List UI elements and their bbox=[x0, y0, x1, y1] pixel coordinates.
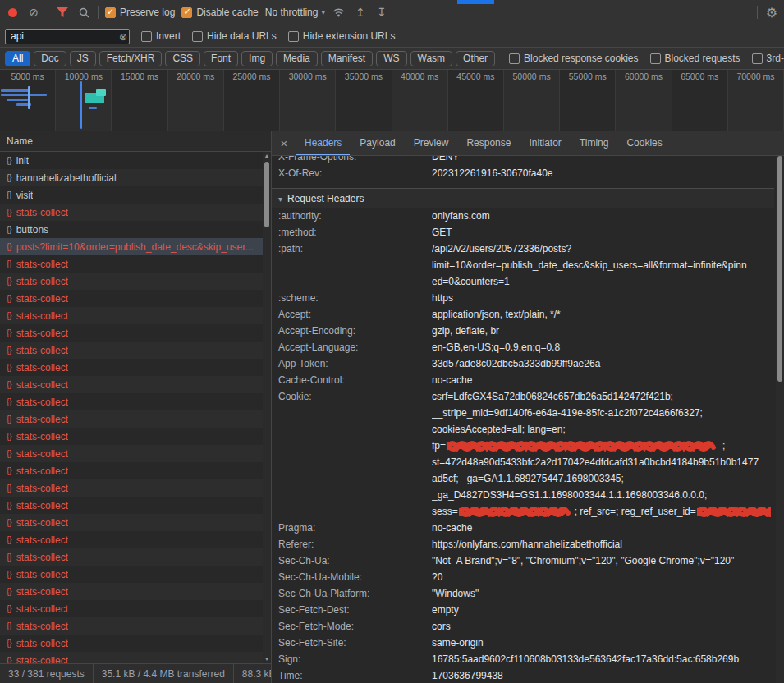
request-list-scrollbar[interactable]: ▲ ▼ bbox=[263, 152, 271, 663]
tab-payload[interactable]: Payload bbox=[351, 131, 403, 155]
type-filter-chips: AllDocJSFetch/XHRCSSFontImgMediaManifest… bbox=[5, 51, 495, 66]
header-row: Time:1703636799438 bbox=[272, 667, 774, 683]
filter-chip-fetch-xhr[interactable]: Fetch/XHR bbox=[99, 51, 163, 66]
header-value-line: GET bbox=[432, 224, 771, 241]
header-value-line: cors bbox=[432, 618, 771, 635]
request-row[interactable]: {}stats-collect bbox=[0, 342, 263, 359]
name-column-header[interactable]: Name bbox=[0, 131, 271, 152]
request-row[interactable]: {}stats-collect bbox=[0, 548, 263, 566]
json-braces-icon: {} bbox=[7, 242, 12, 251]
clear-network-log-button[interactable]: ⊘ bbox=[26, 5, 41, 20]
filter-option-blocked-requests[interactable]: Blocked requests bbox=[650, 53, 740, 64]
request-row[interactable]: {}stats-collect bbox=[0, 479, 263, 497]
request-row[interactable]: {}stats-collect bbox=[0, 376, 263, 393]
export-har-button[interactable]: ↧ bbox=[374, 5, 389, 20]
hide-data-urls-checkbox[interactable]: Hide data URLs bbox=[192, 30, 277, 42]
disable-cache-checkbox[interactable]: Disable cache bbox=[181, 7, 258, 18]
preserve-log-checkbox[interactable]: Preserve log bbox=[105, 7, 175, 18]
header-value-line: 16785:5aad9602cf110608b03133de563642fac1… bbox=[432, 651, 771, 667]
chevron-down-icon: ▾ bbox=[321, 8, 325, 16]
filter-chip-doc[interactable]: Doc bbox=[34, 51, 66, 66]
request-row[interactable]: {}stats-collect bbox=[0, 204, 263, 221]
request-row[interactable]: {}stats-collect bbox=[0, 617, 263, 635]
request-row[interactable]: {}stats-collect bbox=[0, 359, 263, 376]
request-name: stats-collect bbox=[16, 207, 68, 218]
network-conditions-icon[interactable] bbox=[332, 5, 346, 20]
tab-preview[interactable]: Preview bbox=[406, 131, 457, 155]
request-row[interactable]: {}hannahelizabethofficial bbox=[0, 169, 263, 186]
clear-filter-icon[interactable]: ⊗ bbox=[119, 31, 127, 43]
hide-extension-urls-checkbox[interactable]: Hide extension URLs bbox=[288, 30, 396, 42]
filter-chip-js[interactable]: JS bbox=[70, 51, 96, 66]
close-details-icon[interactable]: × bbox=[273, 136, 295, 150]
scrollbar-thumb[interactable] bbox=[264, 162, 269, 227]
search-icon[interactable] bbox=[76, 5, 91, 20]
header-name: :path: bbox=[272, 241, 432, 257]
checkbox-checked-icon bbox=[181, 7, 192, 18]
filter-chip-other[interactable]: Other bbox=[456, 51, 495, 66]
scroll-up-icon[interactable]: ▲ bbox=[264, 152, 270, 160]
request-row[interactable]: {}stats-collect bbox=[0, 514, 263, 531]
filter-chip-all[interactable]: All bbox=[5, 51, 30, 66]
import-har-button[interactable]: ↥ bbox=[353, 5, 368, 20]
header-row: Cookie:csrf=LdfcGX4Sa72db06824c657db26a5… bbox=[272, 388, 774, 520]
request-row[interactable]: {}stats-collect bbox=[0, 600, 263, 617]
settings-gear-icon[interactable]: ⚙ bbox=[764, 5, 779, 20]
filter-option-3rd-party-requests[interactable]: 3rd-party requests bbox=[752, 53, 784, 64]
details-scrollbar[interactable] bbox=[776, 156, 784, 683]
request-row[interactable]: {}stats-collect bbox=[0, 497, 263, 514]
request-row[interactable]: {}stats-collect bbox=[0, 307, 263, 324]
filter-chip-manifest[interactable]: Manifest bbox=[321, 51, 373, 66]
throttling-dropdown[interactable]: No throttling ▾ bbox=[265, 7, 325, 18]
request-headers-section-header[interactable]: ▾ Request Headers bbox=[272, 188, 774, 208]
record-button[interactable] bbox=[5, 5, 20, 20]
json-braces-icon: {} bbox=[7, 466, 12, 475]
details-tabbar: × HeadersPayloadPreviewResponseInitiator… bbox=[272, 131, 784, 156]
header-name: Pragma: bbox=[272, 520, 432, 536]
tab-response[interactable]: Response bbox=[458, 131, 519, 155]
filter-chip-ws[interactable]: WS bbox=[376, 51, 406, 66]
request-row[interactable]: {}posts?limit=10&order=publish_date_desc… bbox=[0, 238, 263, 255]
waterfall-overview[interactable]: 5000 ms10000 ms15000 ms20000 ms25000 ms3… bbox=[0, 70, 784, 131]
request-row[interactable]: {}stats-collect bbox=[0, 273, 263, 290]
request-row[interactable]: {}stats-collect bbox=[0, 445, 263, 462]
request-row[interactable]: {}stats-collect bbox=[0, 410, 263, 428]
request-row[interactable]: {}stats-collect bbox=[0, 531, 263, 548]
filter-funnel-icon[interactable] bbox=[55, 5, 70, 20]
filter-chip-media[interactable]: Media bbox=[276, 51, 318, 66]
request-row[interactable]: {}stats-collect bbox=[0, 583, 263, 600]
request-row[interactable]: {}stats-collect bbox=[0, 324, 263, 342]
filter-chip-img[interactable]: Img bbox=[241, 51, 273, 66]
invert-checkbox[interactable]: Invert bbox=[141, 30, 181, 42]
request-row[interactable]: {}stats-collect bbox=[0, 255, 263, 273]
filter-chip-wasm[interactable]: Wasm bbox=[410, 51, 453, 66]
header-value-line: https bbox=[432, 290, 771, 306]
scrollbar-thumb[interactable] bbox=[777, 156, 782, 382]
request-row[interactable]: {}buttons bbox=[0, 221, 263, 238]
overview-bar bbox=[1, 94, 47, 96]
request-row[interactable]: {}stats-collect bbox=[0, 566, 263, 583]
request-row[interactable]: {}stats-collect bbox=[0, 635, 263, 652]
request-row[interactable]: {}stats-collect bbox=[0, 462, 263, 479]
request-name: hannahelizabethofficial bbox=[16, 172, 117, 184]
scroll-down-icon[interactable]: ▼ bbox=[264, 655, 270, 663]
request-row[interactable]: {}stats-collect bbox=[0, 393, 263, 410]
filter-input[interactable] bbox=[5, 29, 130, 44]
tab-cookies[interactable]: Cookies bbox=[618, 131, 670, 155]
tab-timing[interactable]: Timing bbox=[571, 131, 617, 155]
network-toolbar: ⊘ Preserve log Disable cache No throttli… bbox=[0, 0, 784, 25]
filter-chip-font[interactable]: Font bbox=[204, 51, 238, 66]
filter-chip-css[interactable]: CSS bbox=[165, 51, 200, 66]
request-row[interactable]: {}stats-collect bbox=[0, 290, 263, 307]
json-braces-icon: {} bbox=[7, 587, 12, 596]
request-row[interactable]: {}stats-collect bbox=[0, 652, 263, 663]
tab-initiator[interactable]: Initiator bbox=[520, 131, 569, 155]
request-row[interactable]: {}stats-collect bbox=[0, 428, 263, 445]
tab-headers[interactable]: Headers bbox=[296, 131, 350, 155]
request-row[interactable]: {}init bbox=[0, 152, 263, 169]
request-row[interactable]: {}visit bbox=[0, 186, 263, 204]
header-value: DENY bbox=[432, 156, 774, 165]
filter-option-blocked-response-cookies[interactable]: Blocked response cookies bbox=[509, 53, 638, 64]
header-name: :scheme: bbox=[272, 290, 432, 306]
overview-bar bbox=[1, 89, 29, 92]
